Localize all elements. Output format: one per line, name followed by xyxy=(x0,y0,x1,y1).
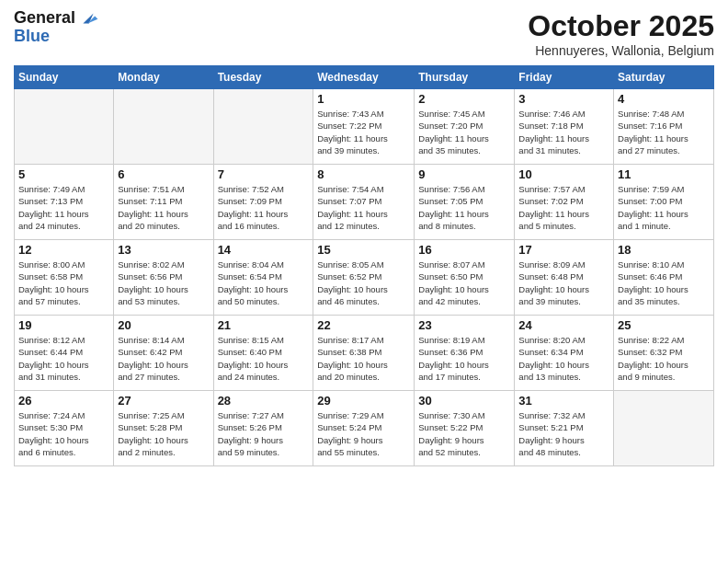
calendar-week-row: 1Sunrise: 7:43 AM Sunset: 7:22 PM Daylig… xyxy=(15,89,714,165)
day-number: 8 xyxy=(317,167,410,181)
header-monday: Monday xyxy=(114,66,213,89)
table-row: 25Sunrise: 8:22 AM Sunset: 6:32 PM Dayli… xyxy=(614,316,714,391)
table-row: 15Sunrise: 8:05 AM Sunset: 6:52 PM Dayli… xyxy=(313,240,415,316)
table-row: 3Sunrise: 7:46 AM Sunset: 7:18 PM Daylig… xyxy=(515,89,614,165)
table-row: 4Sunrise: 7:48 AM Sunset: 7:16 PM Daylig… xyxy=(614,89,714,165)
day-info: Sunrise: 7:25 AM Sunset: 5:28 PM Dayligh… xyxy=(118,409,209,458)
day-info: Sunrise: 8:10 AM Sunset: 6:46 PM Dayligh… xyxy=(618,259,710,307)
table-row: 7Sunrise: 7:52 AM Sunset: 7:09 PM Daylig… xyxy=(213,165,313,240)
table-row: 29Sunrise: 7:29 AM Sunset: 5:24 PM Dayli… xyxy=(313,391,415,466)
logo-text-general: General xyxy=(14,9,75,28)
month-title: October 2025 xyxy=(528,9,714,43)
day-number: 22 xyxy=(317,318,410,332)
day-info: Sunrise: 7:46 AM Sunset: 7:18 PM Dayligh… xyxy=(518,108,609,156)
day-info: Sunrise: 7:54 AM Sunset: 7:07 PM Dayligh… xyxy=(317,183,410,232)
day-info: Sunrise: 7:59 AM Sunset: 7:00 PM Dayligh… xyxy=(618,183,710,232)
day-number: 11 xyxy=(618,167,710,181)
calendar-header-row: Sunday Monday Tuesday Wednesday Thursday… xyxy=(15,66,714,89)
table-row: 10Sunrise: 7:57 AM Sunset: 7:02 PM Dayli… xyxy=(515,165,614,240)
table-row: 19Sunrise: 8:12 AM Sunset: 6:44 PM Dayli… xyxy=(15,316,114,391)
day-info: Sunrise: 7:48 AM Sunset: 7:16 PM Dayligh… xyxy=(618,108,710,156)
day-number: 16 xyxy=(418,243,510,257)
day-info: Sunrise: 7:43 AM Sunset: 7:22 PM Dayligh… xyxy=(317,108,410,156)
day-info: Sunrise: 8:17 AM Sunset: 6:38 PM Dayligh… xyxy=(317,334,410,383)
day-number: 29 xyxy=(317,394,410,408)
title-block: October 2025 Hennuyeres, Wallonia, Belgi… xyxy=(528,9,714,58)
calendar-week-row: 19Sunrise: 8:12 AM Sunset: 6:44 PM Dayli… xyxy=(15,316,714,391)
day-info: Sunrise: 7:49 AM Sunset: 7:13 PM Dayligh… xyxy=(18,183,109,232)
table-row: 5Sunrise: 7:49 AM Sunset: 7:13 PM Daylig… xyxy=(15,165,114,240)
day-number: 27 xyxy=(118,394,209,408)
table-row: 2Sunrise: 7:45 AM Sunset: 7:20 PM Daylig… xyxy=(415,89,515,165)
header-saturday: Saturday xyxy=(614,66,714,89)
day-info: Sunrise: 7:24 AM Sunset: 5:30 PM Dayligh… xyxy=(18,409,109,458)
table-row: 8Sunrise: 7:54 AM Sunset: 7:07 PM Daylig… xyxy=(313,165,415,240)
day-info: Sunrise: 8:05 AM Sunset: 6:52 PM Dayligh… xyxy=(317,259,410,307)
day-number: 19 xyxy=(18,318,109,332)
day-info: Sunrise: 8:15 AM Sunset: 6:40 PM Dayligh… xyxy=(218,334,310,383)
day-number: 26 xyxy=(18,394,109,408)
day-info: Sunrise: 7:32 AM Sunset: 5:21 PM Dayligh… xyxy=(518,409,609,458)
table-row xyxy=(213,89,313,165)
table-row: 27Sunrise: 7:25 AM Sunset: 5:28 PM Dayli… xyxy=(114,391,213,466)
table-row: 18Sunrise: 8:10 AM Sunset: 6:46 PM Dayli… xyxy=(614,240,714,316)
table-row: 22Sunrise: 8:17 AM Sunset: 6:38 PM Dayli… xyxy=(313,316,415,391)
page-header: General Blue October 2025 Hennuyeres, Wa… xyxy=(14,9,714,58)
page-container: General Blue October 2025 Hennuyeres, Wa… xyxy=(0,0,728,476)
table-row: 17Sunrise: 8:09 AM Sunset: 6:48 PM Dayli… xyxy=(515,240,614,316)
day-info: Sunrise: 7:30 AM Sunset: 5:22 PM Dayligh… xyxy=(418,409,510,458)
day-number: 5 xyxy=(18,167,109,181)
table-row: 16Sunrise: 8:07 AM Sunset: 6:50 PM Dayli… xyxy=(415,240,515,316)
day-number: 2 xyxy=(418,92,510,106)
day-info: Sunrise: 7:27 AM Sunset: 5:26 PM Dayligh… xyxy=(218,409,310,458)
day-number: 3 xyxy=(518,92,609,106)
day-number: 28 xyxy=(218,394,310,408)
logo-icon xyxy=(77,9,99,28)
day-info: Sunrise: 7:56 AM Sunset: 7:05 PM Dayligh… xyxy=(418,183,510,232)
day-number: 1 xyxy=(317,92,410,106)
calendar-week-row: 12Sunrise: 8:00 AM Sunset: 6:58 PM Dayli… xyxy=(15,240,714,316)
table-row: 23Sunrise: 8:19 AM Sunset: 6:36 PM Dayli… xyxy=(415,316,515,391)
header-friday: Friday xyxy=(515,66,614,89)
table-row: 31Sunrise: 7:32 AM Sunset: 5:21 PM Dayli… xyxy=(515,391,614,466)
day-number: 12 xyxy=(18,243,109,257)
header-sunday: Sunday xyxy=(15,66,114,89)
table-row: 21Sunrise: 8:15 AM Sunset: 6:40 PM Dayli… xyxy=(213,316,313,391)
day-number: 14 xyxy=(218,243,310,257)
table-row: 20Sunrise: 8:14 AM Sunset: 6:42 PM Dayli… xyxy=(114,316,213,391)
location-subtitle: Hennuyeres, Wallonia, Belgium xyxy=(528,43,714,58)
header-tuesday: Tuesday xyxy=(213,66,313,89)
day-info: Sunrise: 8:12 AM Sunset: 6:44 PM Dayligh… xyxy=(18,334,109,383)
day-info: Sunrise: 8:02 AM Sunset: 6:56 PM Dayligh… xyxy=(118,259,209,307)
calendar-week-row: 5Sunrise: 7:49 AM Sunset: 7:13 PM Daylig… xyxy=(15,165,714,240)
day-number: 9 xyxy=(418,167,510,181)
header-wednesday: Wednesday xyxy=(313,66,415,89)
day-info: Sunrise: 8:07 AM Sunset: 6:50 PM Dayligh… xyxy=(418,259,510,307)
table-row xyxy=(614,391,714,466)
table-row xyxy=(15,89,114,165)
day-info: Sunrise: 8:00 AM Sunset: 6:58 PM Dayligh… xyxy=(18,259,109,307)
table-row: 9Sunrise: 7:56 AM Sunset: 7:05 PM Daylig… xyxy=(415,165,515,240)
day-number: 17 xyxy=(518,243,609,257)
day-info: Sunrise: 8:04 AM Sunset: 6:54 PM Dayligh… xyxy=(218,259,310,307)
header-thursday: Thursday xyxy=(415,66,515,89)
day-info: Sunrise: 7:29 AM Sunset: 5:24 PM Dayligh… xyxy=(317,409,410,458)
table-row: 13Sunrise: 8:02 AM Sunset: 6:56 PM Dayli… xyxy=(114,240,213,316)
day-info: Sunrise: 8:22 AM Sunset: 6:32 PM Dayligh… xyxy=(618,334,710,383)
day-number: 24 xyxy=(518,318,609,332)
day-number: 25 xyxy=(618,318,710,332)
calendar-table: Sunday Monday Tuesday Wednesday Thursday… xyxy=(14,65,714,466)
table-row: 14Sunrise: 8:04 AM Sunset: 6:54 PM Dayli… xyxy=(213,240,313,316)
calendar-week-row: 26Sunrise: 7:24 AM Sunset: 5:30 PM Dayli… xyxy=(15,391,714,466)
day-info: Sunrise: 8:19 AM Sunset: 6:36 PM Dayligh… xyxy=(418,334,510,383)
logo: General Blue xyxy=(14,9,99,46)
table-row: 6Sunrise: 7:51 AM Sunset: 7:11 PM Daylig… xyxy=(114,165,213,240)
table-row: 12Sunrise: 8:00 AM Sunset: 6:58 PM Dayli… xyxy=(15,240,114,316)
day-number: 21 xyxy=(218,318,310,332)
day-info: Sunrise: 8:14 AM Sunset: 6:42 PM Dayligh… xyxy=(118,334,209,383)
day-number: 23 xyxy=(418,318,510,332)
day-number: 20 xyxy=(118,318,209,332)
table-row: 26Sunrise: 7:24 AM Sunset: 5:30 PM Dayli… xyxy=(15,391,114,466)
day-number: 10 xyxy=(518,167,609,181)
day-number: 15 xyxy=(317,243,410,257)
